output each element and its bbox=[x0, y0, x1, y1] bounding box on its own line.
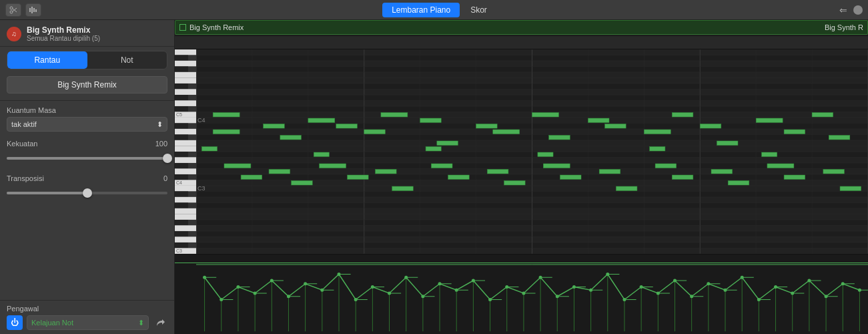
top-bar: Lembaran Piano Skor ⇐ bbox=[0, 0, 868, 20]
left-panel: Big Synth Remix Semua Rantau dipilih (5)… bbox=[0, 20, 175, 334]
transpose-label-row: Transposisi 0 bbox=[7, 174, 167, 182]
divider-1 bbox=[0, 100, 174, 101]
track-info: Big Synth Remix Semua Rantau dipilih (5) bbox=[27, 25, 100, 42]
strength-label-row: Kekuatan 100 bbox=[7, 140, 167, 148]
note-canvas[interactable] bbox=[196, 49, 868, 254]
transpose-value: 0 bbox=[163, 174, 167, 182]
track-subtitle: Semua Rantau dipilih (5) bbox=[27, 35, 100, 42]
scissors-icon[interactable] bbox=[5, 3, 21, 17]
pengawal-label: Pengawal bbox=[7, 305, 167, 313]
velocity-top-line bbox=[175, 263, 868, 263]
svg-rect-6 bbox=[33, 8, 35, 12]
pengawal-mode-select[interactable]: Kelajuan Not ⬍ bbox=[27, 315, 149, 330]
top-bar-left bbox=[5, 3, 41, 17]
transpose-slider-fill bbox=[7, 192, 87, 194]
svg-line-2 bbox=[13, 9, 17, 12]
quantum-arrow-icon: ⬍ bbox=[157, 120, 163, 129]
region-header-bar: Big Synth Remix Big Synth R bbox=[175, 20, 868, 35]
measure-ruler: Big Synth Remix Big Synth R bbox=[175, 20, 868, 36]
note-grid[interactable] bbox=[196, 49, 868, 254]
quantum-select[interactable]: tak aktif ⬍ bbox=[7, 117, 167, 132]
quantum-label: Kuantum Masa bbox=[7, 106, 56, 114]
share-button[interactable] bbox=[153, 315, 167, 330]
velocity-canvas bbox=[196, 255, 868, 334]
top-bar-center: Lembaran Piano Skor bbox=[382, 3, 496, 17]
piano-keys bbox=[175, 49, 196, 254]
pengawal-arrow-icon: ⬍ bbox=[138, 319, 144, 327]
transpose-slider-track[interactable] bbox=[7, 192, 167, 194]
transpose-label: Transposisi bbox=[7, 174, 44, 182]
transpose-slider-thumb[interactable] bbox=[83, 188, 92, 198]
top-bar-right: ⇐ bbox=[837, 4, 863, 16]
region-icon bbox=[179, 24, 186, 31]
power-button[interactable]: ⏻ bbox=[7, 315, 23, 330]
pengawal-section: Pengawal ⏻ Kelajuan Not ⬍ bbox=[0, 300, 174, 334]
tab-piano[interactable]: Lembaran Piano bbox=[382, 3, 460, 17]
quantum-label-row: Kuantum Masa bbox=[7, 106, 167, 114]
circle-icon bbox=[853, 5, 863, 15]
toggle-row: Rantau Not bbox=[7, 51, 167, 69]
piano-canvas bbox=[175, 49, 196, 254]
strength-value: 100 bbox=[155, 140, 167, 148]
piano-roll: Big Synth Remix Big Synth R bbox=[175, 20, 868, 334]
track-header: Big Synth Remix Semua Rantau dipilih (5) bbox=[0, 20, 174, 47]
region-name-label: Big Synth Remix bbox=[189, 23, 244, 31]
svg-line-3 bbox=[13, 8, 17, 11]
region-name-right: Big Synth R bbox=[825, 23, 863, 31]
pengawal-mode-value: Kelajuan Not bbox=[31, 319, 73, 327]
strength-slider-thumb[interactable] bbox=[163, 154, 172, 163]
region-name-button[interactable]: Big Synth Remix bbox=[7, 76, 167, 94]
svg-rect-7 bbox=[35, 9, 37, 12]
measure-numbers-row bbox=[175, 36, 868, 49]
strength-slider-container bbox=[7, 150, 167, 166]
transpose-control: Transposisi 0 bbox=[0, 170, 174, 205]
midi-icon[interactable] bbox=[25, 3, 41, 17]
svg-rect-4 bbox=[29, 8, 31, 12]
toggle-note-btn[interactable]: Not bbox=[87, 51, 167, 69]
pengawal-controls: ⏻ Kelajuan Not ⬍ bbox=[7, 315, 167, 330]
track-icon bbox=[7, 27, 21, 41]
strength-label: Kekuatan bbox=[7, 140, 37, 148]
strength-control: Kekuatan 100 bbox=[0, 136, 174, 170]
strength-slider-track[interactable] bbox=[7, 157, 167, 160]
left-arrow-icon[interactable]: ⇐ bbox=[837, 4, 849, 16]
quantum-value: tak aktif bbox=[11, 120, 37, 128]
transpose-slider-container bbox=[7, 185, 167, 201]
strength-slider-fill bbox=[7, 157, 167, 160]
svg-rect-5 bbox=[31, 7, 33, 13]
main-content: Big Synth Remix Semua Rantau dipilih (5)… bbox=[0, 20, 868, 334]
quantum-control: Kuantum Masa tak aktif ⬍ bbox=[0, 102, 174, 136]
velocity-section bbox=[175, 254, 868, 334]
piano-grid-container[interactable] bbox=[175, 49, 868, 254]
tab-score[interactable]: Skor bbox=[461, 3, 496, 17]
svg-point-1 bbox=[10, 11, 13, 13]
toggle-region-btn[interactable]: Rantau bbox=[7, 51, 87, 69]
track-name: Big Synth Remix bbox=[27, 25, 100, 35]
svg-point-0 bbox=[10, 7, 13, 9]
region-name-row: Big Synth Remix bbox=[7, 76, 167, 94]
